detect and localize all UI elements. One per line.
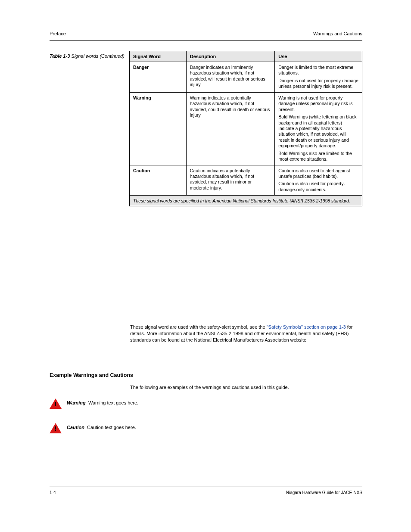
table-note-row: These signal words are specified in the … <box>130 196 362 206</box>
warning-triangle-icon: ! <box>50 423 62 433</box>
table-caption-number: Table 1-3 <box>50 53 70 59</box>
cell-label: Danger <box>130 62 187 93</box>
warning-text: Warning Warning text goes here. <box>67 400 364 406</box>
cell-use: Warning is not used for property damage … <box>275 92 362 165</box>
header-right: Warnings and Cautions <box>313 31 362 36</box>
warning-triangle-icon: ! <box>50 398 62 409</box>
cross-reference-link[interactable]: "Safety Symbols" section on page 1-3 <box>267 324 346 330</box>
footer-rule <box>50 486 362 486</box>
header-rule <box>50 40 362 41</box>
table-row: Danger Danger indicates an imminently ha… <box>130 62 362 93</box>
table-caption-text: Signal words (Continued) <box>71 53 125 59</box>
table-note: These signal words are specified in the … <box>130 196 362 206</box>
cell-use: Caution is also used to alert against un… <box>275 165 362 196</box>
caution-label: Caution <box>67 425 84 430</box>
col-description: Description <box>186 51 275 62</box>
examples-intro: The following are examples of the warnin… <box>130 384 362 391</box>
cell-use: Danger is limited to the most extreme si… <box>275 62 362 93</box>
cell-description: Caution indicates a potentially hazardou… <box>186 165 275 196</box>
footer-title: Niagara Hardware Guide for JACE-NXS <box>286 490 362 495</box>
header-left: Preface <box>50 31 66 36</box>
section-heading: Example Warnings and Cautions <box>50 372 133 378</box>
body-paragraph: These signal word are used with the safe… <box>130 324 362 343</box>
warning-body: Warning text goes here. <box>88 400 138 405</box>
cell-label: Warning <box>130 92 187 165</box>
table-header-row: Signal Word Description Use <box>130 51 362 62</box>
table-row: Warning Warning indicates a potentially … <box>130 92 362 165</box>
cell-description: Danger indicates an imminently hazardous… <box>186 62 275 93</box>
caution-text: Caution Caution text goes here. <box>67 424 364 431</box>
signal-words-table: Signal Word Description Use Danger Dange… <box>129 51 362 206</box>
page-number: 1-4 <box>50 490 56 495</box>
warning-label: Warning <box>67 400 86 405</box>
body-para-pre: These signal word are used with the safe… <box>130 324 267 330</box>
cell-description: Warning indicates a potentially hazardou… <box>186 92 275 165</box>
col-use: Use <box>275 51 362 62</box>
cell-label: Caution <box>130 165 187 196</box>
table-caption: Table 1-3 Signal words (Continued) <box>50 53 125 59</box>
caution-body: Caution text goes here. <box>87 425 136 430</box>
col-signal-word: Signal Word <box>130 51 187 62</box>
table-row: Caution Caution indicates a potentially … <box>130 165 362 196</box>
